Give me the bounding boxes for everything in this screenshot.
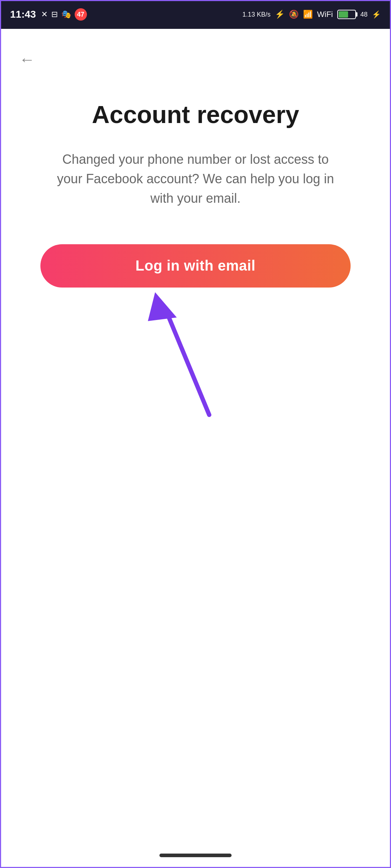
charging-icon: ⚡ xyxy=(372,10,381,19)
login-email-label: Log in with email xyxy=(136,258,256,274)
bluetooth-icon: ⚡ xyxy=(275,10,285,19)
twitter-x-icon: ✕ xyxy=(41,10,48,19)
status-time: 11:43 xyxy=(10,9,36,20)
battery-indicator xyxy=(337,10,356,19)
message-icon: ⊟ xyxy=(51,10,58,19)
back-arrow-icon: ← xyxy=(19,52,35,67)
page-description: Changed your phone number or lost access… xyxy=(51,150,340,208)
svg-marker-2 xyxy=(148,292,177,321)
back-button[interactable]: ← xyxy=(14,47,40,72)
home-indicator xyxy=(159,854,232,857)
network-speed: 1.13 KB/s xyxy=(242,11,271,18)
battery-percent: 48 xyxy=(360,11,368,18)
arrow-annotation xyxy=(144,281,238,418)
content-area: ← Account recovery Changed your phone nu… xyxy=(0,29,391,868)
wifi-icon: WiFi xyxy=(317,10,333,19)
status-bar-right: 1.13 KB/s ⚡ 🔕 📶 WiFi 48 ⚡ xyxy=(242,10,381,19)
battery-fill xyxy=(339,11,348,18)
signal-icon: 📶 xyxy=(303,10,313,19)
status-bar: 11:43 ✕ ⊟ 🎭 47 1.13 KB/s ⚡ 🔕 📶 WiFi 48 ⚡ xyxy=(0,0,391,29)
login-email-button[interactable]: Log in with email xyxy=(40,244,351,288)
page-content: Account recovery Changed your phone numb… xyxy=(0,29,391,288)
status-icons-left: ✕ ⊟ 🎭 47 xyxy=(41,8,87,21)
badge-icon: 47 xyxy=(75,8,87,21)
page-title: Account recovery xyxy=(92,101,299,128)
mute-icon: 🔕 xyxy=(289,10,299,19)
arrow-annotation-svg xyxy=(144,281,238,418)
svg-line-1 xyxy=(166,310,209,415)
status-bar-left: 11:43 ✕ ⊟ 🎭 47 xyxy=(10,8,87,21)
notification-icon: 🎭 xyxy=(61,10,71,19)
